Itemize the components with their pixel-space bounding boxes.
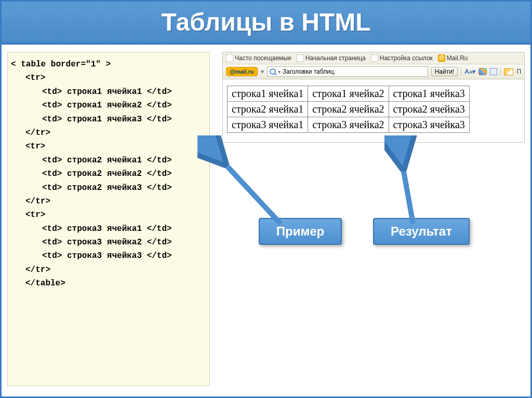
code-line: <td> строка2 ячейка1 </td> [11,154,206,167]
callout-result: Результат [373,218,470,245]
code-line: <td> строка1 ячейка1 </td> [11,85,206,99]
table-cell: строка3 ячейка3 [389,117,469,133]
bookmark-mailru[interactable]: Mail.Ru [438,54,468,62]
bookmark-icon [371,54,378,62]
code-line: </tr> [11,263,206,277]
slide-content: < table border="1" ><tr><td> строка1 яче… [0,45,532,398]
code-line: </tr> [11,126,206,140]
browser-mockup: Часто посещаемые Начальная страница Наст… [222,52,525,143]
bookmark-frequent[interactable]: Часто посещаемые [226,54,291,62]
mail-envelope-icon[interactable] [504,68,513,75]
table-cell: строка3 ячейка1 [228,117,308,133]
code-line: <td> строка2 ячейка2 </td> [11,167,206,181]
svg-line-0 [213,151,281,224]
code-line: </table> [11,277,206,290]
dropdown-arrow-icon[interactable]: ▾ [278,69,281,75]
search-icon [270,68,276,75]
table-row: строка3 ячейка1строка3 ячейка2строка3 яч… [228,117,470,133]
search-input[interactable] [283,68,425,75]
divider [461,67,461,76]
code-line: <td> строка3 ячейка2 </td> [11,236,206,249]
code-line: <td> строка1 ячейка3 </td> [11,113,206,126]
code-line: <tr> [11,140,206,153]
table-cell: строка1 ячейка3 [389,86,469,102]
font-size-icon[interactable]: AA▾ [464,68,475,75]
table-row: строка1 ячейка1строка1 ячейка2строка1 яч… [228,86,470,102]
code-line: <td> строка3 ячейка3 </td> [11,249,206,263]
code-line: <tr> [11,208,206,222]
code-line: <tr> [11,71,206,85]
mailru-icon [438,54,445,62]
table-cell: строка3 ячейка2 [308,117,389,133]
find-button[interactable]: Найти! [431,67,458,76]
color-palette-icon[interactable] [478,68,487,75]
code-line: <td> строка1 ячейка2 </td> [11,99,206,112]
mailru-logo[interactable]: @mail.ru [226,67,258,76]
table-cell: строка1 ячейка2 [308,86,389,102]
bookmark-icon [226,54,233,62]
code-line: <td> строка3 ячейка1 </td> [11,222,206,236]
code-example-panel: < table border="1" ><tr><td> строка1 яче… [7,52,210,386]
mail-label: П [516,68,521,75]
search-field[interactable]: ▾ [267,66,428,77]
bookmark-label: Начальная страница [305,54,366,62]
toolbar: @mail.ru ▾ ▾ Найти! AA▾ П [223,64,524,79]
bookmark-homepage[interactable]: Начальная страница [297,54,366,62]
bookmark-label: Часто посещаемые [235,54,291,62]
bookmarks-bar: Часто посещаемые Начальная страница Наст… [223,52,524,64]
bookmark-label: Mail.Ru [447,54,468,62]
browser-viewport: строка1 ячейка1строка1 ячейка2строка1 яч… [223,79,524,142]
table-cell: строка2 ячейка1 [228,102,308,117]
dropdown-arrow-icon[interactable]: ▾ [261,68,264,75]
divider [500,67,501,76]
table-cell: строка2 ячейка2 [308,102,389,117]
code-line: < table border="1" > [11,58,206,71]
popup-blocker-icon[interactable] [490,68,497,75]
table-cell: строка1 ячейка1 [228,86,308,102]
code-line: <td> строка2 ячейка3 </td> [11,181,206,195]
callout-example: Пример [259,218,342,245]
bookmark-label: Настройка ссылок [380,54,433,62]
bookmark-icon [297,54,304,62]
bookmark-links-settings[interactable]: Настройка ссылок [371,54,433,62]
table-row: строка2 ячейка1строка2 ячейка2строка2 яч… [228,102,470,117]
svg-line-1 [400,151,413,224]
result-table: строка1 ячейка1строка1 ячейка2строка1 яч… [227,86,470,133]
table-cell: строка2 ячейка3 [389,102,469,117]
code-line: </tr> [11,195,206,208]
